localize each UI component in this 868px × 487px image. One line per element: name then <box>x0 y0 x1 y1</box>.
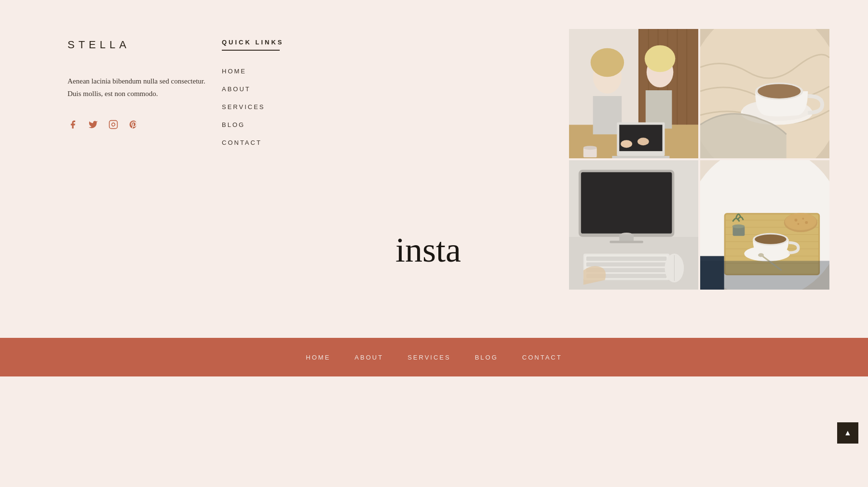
brand-description: Aenean lacinia bibendum nulla sed consec… <box>68 75 212 100</box>
svg-rect-34 <box>581 172 672 234</box>
quick-link-about[interactable]: ABOUT <box>222 85 347 93</box>
photo-women-working[interactable] <box>569 29 698 158</box>
svg-point-16 <box>645 45 676 72</box>
quick-link-blog[interactable]: BLOG <box>222 121 347 128</box>
svg-point-67 <box>797 223 799 225</box>
svg-point-13 <box>591 48 624 77</box>
svg-point-30 <box>758 84 800 98</box>
svg-rect-20 <box>612 156 669 158</box>
facebook-icon[interactable] <box>68 119 78 130</box>
svg-rect-8 <box>677 29 678 125</box>
footer-link-services[interactable]: SERVICES <box>407 354 451 361</box>
svg-point-24 <box>583 146 597 150</box>
svg-rect-41 <box>586 262 667 266</box>
quick-link-home[interactable]: HOME <box>222 68 347 75</box>
svg-rect-36 <box>619 235 634 242</box>
pinterest-icon[interactable] <box>128 119 139 130</box>
social-icons <box>68 119 212 130</box>
svg-point-21 <box>621 140 632 148</box>
svg-point-64 <box>795 219 798 222</box>
chevron-up-icon: ▲ <box>844 429 852 437</box>
footer-link-contact[interactable]: CONTACT <box>522 354 562 361</box>
svg-rect-40 <box>586 257 667 261</box>
svg-rect-71 <box>700 261 829 290</box>
photo-grid <box>569 29 829 290</box>
svg-point-59 <box>755 235 787 244</box>
quick-link-services[interactable]: SERVICES <box>222 103 347 111</box>
svg-rect-4 <box>638 29 639 125</box>
svg-point-69 <box>732 224 745 228</box>
svg-rect-37 <box>610 241 643 243</box>
photo-coffee-tray[interactable] <box>700 160 829 290</box>
svg-point-66 <box>805 221 808 224</box>
svg-point-63 <box>785 213 817 230</box>
quick-link-contact[interactable]: CONTACT <box>222 139 347 146</box>
main-content: STELLA Aenean lacinia bibendum nulla sed… <box>0 0 868 338</box>
quick-links-nav: HOME ABOUT SERVICES BLOG CONTACT <box>222 68 347 146</box>
twitter-icon[interactable] <box>88 119 98 130</box>
brand-name: STELLA <box>68 39 212 51</box>
insta-section: insta <box>347 29 829 309</box>
quick-links-title: QUICK LINKS <box>222 39 347 46</box>
scroll-to-top-button[interactable]: ▲ <box>837 422 858 444</box>
svg-point-22 <box>637 138 649 145</box>
footer-link-blog[interactable]: BLOG <box>475 354 498 361</box>
links-column: QUICK LINKS HOME ABOUT SERVICES BLOG CON… <box>212 29 347 309</box>
footer-link-home[interactable]: HOME <box>306 354 330 361</box>
insta-label: insta <box>395 230 461 270</box>
photo-coffee-cup[interactable] <box>700 29 829 158</box>
svg-rect-0 <box>109 121 118 129</box>
quick-links-underline <box>222 50 280 51</box>
svg-point-61 <box>758 253 764 257</box>
footer-link-about[interactable]: ABOUT <box>354 354 383 361</box>
svg-rect-9 <box>686 29 687 125</box>
svg-point-65 <box>802 218 804 220</box>
brand-column: STELLA Aenean lacinia bibendum nulla sed… <box>68 29 212 309</box>
photo-keyboard[interactable] <box>569 160 698 290</box>
footer: HOME ABOUT SERVICES BLOG CONTACT <box>0 338 868 376</box>
instagram-icon[interactable] <box>108 119 119 130</box>
